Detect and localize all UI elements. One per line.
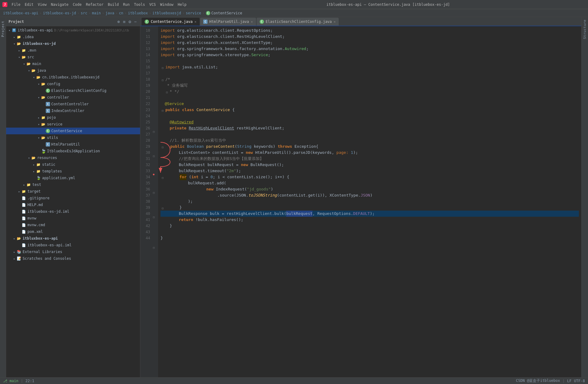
menu-file[interactable]: File [10,2,22,7]
tab-close-btn[interactable]: × [251,20,253,24]
menu-view[interactable]: View [36,2,49,7]
breadcrumb-item-4[interactable]: java [106,11,114,15]
breadcrumb-item-7[interactable]: itblueboxesjd [153,11,181,15]
tree-item-service[interactable]: 📂 service [6,121,140,128]
breadcrumb-item-5[interactable]: cn [119,11,123,15]
tree-item-config[interactable]: 📂 config [6,81,140,87]
tab-content-service[interactable]: C ContentService.java × [142,18,200,26]
tree-arrow [32,75,36,79]
menu-window[interactable]: Window [158,2,175,7]
tree-item-hpu[interactable]: C HtmlParseUtil [6,141,140,148]
tree-item-ic[interactable]: C IndexController [6,107,140,114]
tree-item-scratches[interactable]: 📝 Scratches and Consoles [6,255,140,262]
tree-item-yml[interactable]: 🍃 application.yml [6,175,140,181]
tree-label: utils [47,136,58,140]
tab-es-config[interactable]: C ElasticSearchClientConfig.java × [257,18,339,26]
tree-item-src[interactable]: 📂 src [6,54,140,60]
tree-item-static[interactable]: 📁 static [6,161,140,168]
collapse-all-btn[interactable]: ≡ [122,19,126,25]
tree-label: static [42,162,55,167]
menu-vcs[interactable]: VCS [147,2,158,7]
tree-item-pom[interactable]: 📄 pom.xml [6,228,140,235]
menu-code[interactable]: Code [71,2,84,7]
tab-close-btn[interactable]: × [194,20,197,24]
tree-path-root: D:\ProgramWorkSpace\IDEA\20221103\itb [54,28,129,32]
tree-item-gitignore[interactable]: 📄 .gitignore [6,195,140,201]
tree-item-app[interactable]: 🍃 ItblueboxEsJdApplication [6,148,140,154]
menu-bar[interactable]: File Edit View Navigate Code Refactor Bu… [10,2,188,7]
tree-item-main[interactable]: 📂 main [6,60,140,67]
code-line-32: bulkRequest.timeout("2m"); [161,168,579,174]
menu-help[interactable]: Help [176,2,188,7]
folder-icon: 📁 [36,162,41,167]
menu-build[interactable]: Build [106,2,121,7]
code-line-42 [161,229,579,235]
menu-edit[interactable]: Edit [23,2,35,7]
tree-item-java[interactable]: 📂 java [6,67,140,74]
tab-icon-spring: C [145,20,149,24]
tree-label: ItblueboxEsJdApplication [47,149,100,153]
breadcrumb-item-6[interactable]: itbluebox [128,11,148,15]
tree-item-esjd[interactable]: 📂 itbluebox-es-jd [6,40,140,47]
breadcrumb-item-8[interactable]: service [186,11,201,15]
code-content[interactable]: import org.elasticsearch.client.RequestO… [158,26,581,377]
tree-item-esapi[interactable]: 📂 itbluxbox-es-api [6,235,140,242]
tree-item-content-service[interactable]: C ContentService [6,128,140,134]
tree-arrow-leaf [17,243,21,247]
tree-label-scratches: Scratches and Consoles [23,256,71,261]
tree-item-api-iml[interactable]: 📄 itbluebox-es-api.iml [6,242,140,248]
tree-item-target[interactable]: 📁 target [6,188,140,195]
tree-item-mvnw[interactable]: 📄 mvnw [6,215,140,222]
tree-label: test [32,183,41,187]
breadcrumb-item-0[interactable]: itbluebox-es-api [3,11,38,15]
tree-item-cc[interactable]: C ContentController [6,101,140,107]
tree-item-iml[interactable]: 📄 itbluebox-es-jd.iml [6,208,140,215]
breadcrumb-item-2[interactable]: src [81,11,87,15]
tab-label: ContentService.java [151,20,193,24]
breadcrumb-item-1[interactable]: itbluebox-es-jd [43,11,76,15]
tree-item-package[interactable]: 📂 cn.itbluebox.itblueboxesjd [6,74,140,81]
git-branch: ⎇ main [3,379,18,383]
tree-item-ecc[interactable]: C ElasticSearchClientConfig [6,87,140,94]
menu-run[interactable]: Run [121,2,132,7]
tree-item-help[interactable]: 📄 HELP.md [6,201,140,208]
window-title: itbluebox-es-api – ContentService.java [… [191,2,586,7]
folder-icon: 📂 [21,55,26,60]
tree-item-controller[interactable]: 📂 controller [6,94,140,101]
tree-item-utils[interactable]: 📂 utils [6,134,140,141]
tree-arrow-leaf [17,230,21,234]
tree-item-ext-libs[interactable]: 📚 External Libraries [6,248,140,255]
tree-item-mvn[interactable]: 📁 .mvn [6,47,140,54]
fold-icon-33[interactable]: ⊟ [153,216,155,219]
tree-item-pojo[interactable]: 📁 pojo [6,114,140,121]
tree-label-content-service: ContentService [51,129,82,133]
fold-icon-28[interactable]: ⊟ [153,191,155,194]
menu-navigate[interactable]: Navigate [49,2,70,7]
tree-item-idea[interactable]: 📁 .idea [6,34,140,40]
menu-refactor[interactable]: Refactor [84,2,105,7]
tab-close-btn[interactable]: × [334,20,336,24]
spring-icon: C [46,89,50,93]
fold-icon-38[interactable]: ⊟ [153,246,155,249]
iml-icon: 📄 [21,209,26,214]
tree-label: itbluebox-es-api.iml [27,243,72,247]
tree-item-test[interactable]: 📁 test [6,181,140,188]
tree-item-mvnwcmd[interactable]: 📄 mvnw.cmd [6,222,140,228]
locate-file-btn[interactable]: ⊕ [116,19,121,25]
menu-tools[interactable]: Tools [132,2,147,7]
fold-icon-18[interactable]: ⊟ [153,130,155,133]
tree-arrow [17,48,21,53]
settings-btn[interactable]: ⚙ [128,19,132,25]
fold-icon-22[interactable]: ⊟ [153,154,155,158]
tab-html-parse[interactable]: C HtmlParseUtil.java × [200,18,256,26]
tree-label: HtmlParseUtil [51,142,80,147]
folder-icon: 📁 [36,169,41,174]
tree-item-root[interactable]: M itbluebox-es-api D:\ProgramWorkSpace\I… [6,27,140,34]
breadcrumb-item-3[interactable]: main [92,11,101,15]
tree-label: itbluebox-es-jd [23,42,56,46]
tree-item-resources[interactable]: 📂 resources [6,154,140,161]
structure-tab[interactable]: Structure [582,17,587,42]
tree-item-templates[interactable]: 📁 templates [6,168,140,175]
tree-arrow [32,162,36,167]
close-panel-btn[interactable]: − [133,19,138,25]
